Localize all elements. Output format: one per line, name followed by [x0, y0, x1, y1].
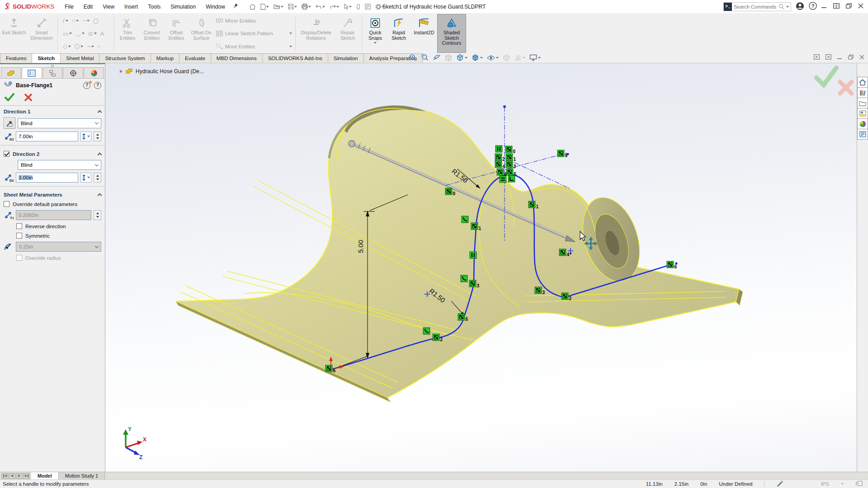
section-view-icon[interactable]: [445, 54, 452, 61]
override-radius-row[interactable]: Override radius: [0, 253, 105, 263]
command-tab-features[interactable]: Features: [0, 53, 32, 63]
sheet-metal-parameters-header[interactable]: Sheet Metal Parameters: [0, 189, 105, 199]
d1-link-values-button[interactable]: [80, 131, 91, 141]
file-properties-icon[interactable]: [363, 3, 372, 10]
attachment-icon[interactable]: [355, 3, 362, 11]
units-caret[interactable]: [841, 483, 844, 485]
offset-on-surface-button[interactable]: Offset On Surface: [188, 14, 214, 52]
view-settings-icon[interactable]: [529, 54, 541, 61]
direction1-end-condition-select[interactable]: Blind: [18, 118, 101, 128]
line-tool-icon[interactable]: /: [63, 17, 68, 24]
hide-show-items-icon[interactable]: [487, 55, 499, 61]
prev-tab-button[interactable]: [9, 473, 15, 479]
select-icon[interactable]: [342, 3, 353, 10]
surface-patch-icon[interactable]: ▢: [93, 17, 99, 24]
direction1-depth-field[interactable]: 7.00in: [16, 131, 78, 141]
override-radius-checkbox[interactable]: [16, 255, 22, 261]
panel-splitter-handle[interactable]: [0, 64, 105, 67]
thickness-field[interactable]: 0.2092in: [16, 210, 91, 220]
view-palette-icon[interactable]: [857, 108, 868, 119]
reverse-direction-row[interactable]: Reverse direction: [0, 221, 105, 231]
pane-left-icon[interactable]: [814, 54, 820, 61]
restore-button[interactable]: [846, 3, 852, 10]
slot-tool-icon[interactable]: ◇: [63, 43, 71, 50]
quick-snaps-caret[interactable]: [374, 42, 377, 44]
display-delete-relations-button[interactable]: Display/Delete Relations: [297, 14, 335, 52]
pin-icon[interactable]: [233, 3, 239, 10]
menu-insert[interactable]: Insert: [119, 4, 143, 10]
override-default-parameters-row[interactable]: Override default parameters: [0, 199, 105, 209]
command-tab-mbd-dimensions[interactable]: MBD Dimensions: [211, 53, 263, 63]
design-library-icon[interactable]: [857, 87, 868, 98]
command-tab-structure-system[interactable]: Structure System: [99, 53, 151, 63]
units-label[interactable]: IPS: [821, 481, 829, 487]
search-commands-box[interactable]: >_: [723, 2, 791, 11]
tab-model[interactable]: Model: [31, 472, 59, 479]
command-tab-solidworks-add-ins[interactable]: SOLIDWORKS Add-Ins: [262, 53, 328, 63]
search-scope-caret[interactable]: [786, 6, 789, 8]
reverse-direction-checkbox[interactable]: [16, 223, 22, 229]
dimxpert-tab[interactable]: [63, 67, 83, 78]
linear-pattern-caret[interactable]: [289, 33, 292, 34]
display-style-caret[interactable]: [480, 57, 483, 59]
custom-properties-icon[interactable]: [857, 129, 868, 140]
zoom-to-fit-icon[interactable]: [409, 54, 417, 61]
print-icon[interactable]: [300, 3, 312, 10]
instant2d-button[interactable]: Instant2D: [410, 14, 438, 52]
view-orientation-icon[interactable]: [456, 54, 467, 61]
arrange-windows-button[interactable]: [833, 3, 840, 10]
smart-dimension-button[interactable]: Smart Dimension: [27, 14, 56, 52]
menu-edit[interactable]: Edit: [79, 4, 98, 10]
text-tool-icon[interactable]: A: [100, 30, 104, 37]
exit-sketch-button[interactable]: Exit Sketch: [1, 14, 27, 52]
point-tool-icon[interactable]: ▫: [98, 43, 100, 50]
override-default-checkbox[interactable]: [4, 201, 9, 207]
redo-icon[interactable]: [328, 3, 340, 10]
featuremanager-tab[interactable]: [1, 67, 21, 78]
minimize-button[interactable]: [821, 3, 827, 10]
display-style-icon[interactable]: [472, 54, 483, 61]
offset-entities-button[interactable]: Offset Entities: [165, 14, 188, 52]
doc-restore-icon[interactable]: [848, 55, 854, 61]
appearances-tab[interactable]: [84, 67, 104, 78]
sheet-metal-part[interactable]: [176, 105, 743, 402]
account-icon[interactable]: [796, 2, 804, 12]
new-document-icon[interactable]: [259, 3, 270, 11]
search-type-icon[interactable]: >_: [724, 3, 732, 11]
sketch-edit-status-icon[interactable]: [776, 480, 783, 488]
flyout-feature-tree[interactable]: Hydraulic Hose Guard (De...: [120, 68, 204, 75]
d2-spinner[interactable]: [94, 173, 101, 183]
rapid-sketch-button[interactable]: Rapid Sketch: [387, 14, 410, 52]
fillet-tool-icon[interactable]: ¬: [87, 43, 94, 50]
graphics-viewport[interactable]: R1.50 5.00 R1.50: [105, 63, 857, 472]
d1-spinner[interactable]: [94, 131, 101, 141]
appearances-scenes-icon[interactable]: [857, 118, 868, 129]
linear-sketch-pattern-button[interactable]: Linear Sketch Pattern: [216, 31, 292, 37]
tree-item-label[interactable]: Hydraulic Hose Guard (De...: [136, 68, 204, 75]
convert-entities-button[interactable]: Convert Entities: [139, 14, 165, 52]
undo-icon[interactable]: [314, 3, 326, 10]
repair-sketch-button[interactable]: Repair Sketch: [335, 14, 360, 52]
open-document-icon[interactable]: [272, 3, 285, 10]
d2-link-values-button[interactable]: [80, 173, 91, 183]
rectangle-tool-icon[interactable]: ▭: [63, 30, 72, 37]
3d-model-view[interactable]: R1.50 5.00 R1.50: [105, 63, 857, 472]
symmetric-checkbox[interactable]: [16, 233, 22, 239]
file-explorer-icon[interactable]: [857, 98, 868, 108]
menu-file[interactable]: File: [60, 4, 78, 10]
move-entities-caret[interactable]: [289, 46, 292, 47]
direction2-end-condition-select[interactable]: Blind: [18, 160, 101, 170]
whats-new-help-icon[interactable]: ?✷: [83, 82, 90, 89]
next-tab-button[interactable]: [16, 473, 23, 479]
edit-appearance-icon[interactable]: [503, 54, 510, 61]
direction2-section-header[interactable]: Direction 2: [0, 148, 105, 159]
menu-tools[interactable]: Tools: [143, 4, 165, 10]
search-input[interactable]: [732, 4, 778, 9]
view-settings-caret[interactable]: [538, 57, 541, 59]
spline-tool-icon[interactable]: ~: [82, 17, 90, 24]
command-tab-evaluate[interactable]: Evaluate: [179, 53, 211, 63]
trim-entities-button[interactable]: Trim Entities: [116, 14, 139, 52]
command-tab-simulation[interactable]: Simulation: [328, 53, 364, 63]
bend-radius-select[interactable]: 0.25in: [16, 242, 101, 252]
help-icon[interactable]: ?: [809, 2, 817, 11]
